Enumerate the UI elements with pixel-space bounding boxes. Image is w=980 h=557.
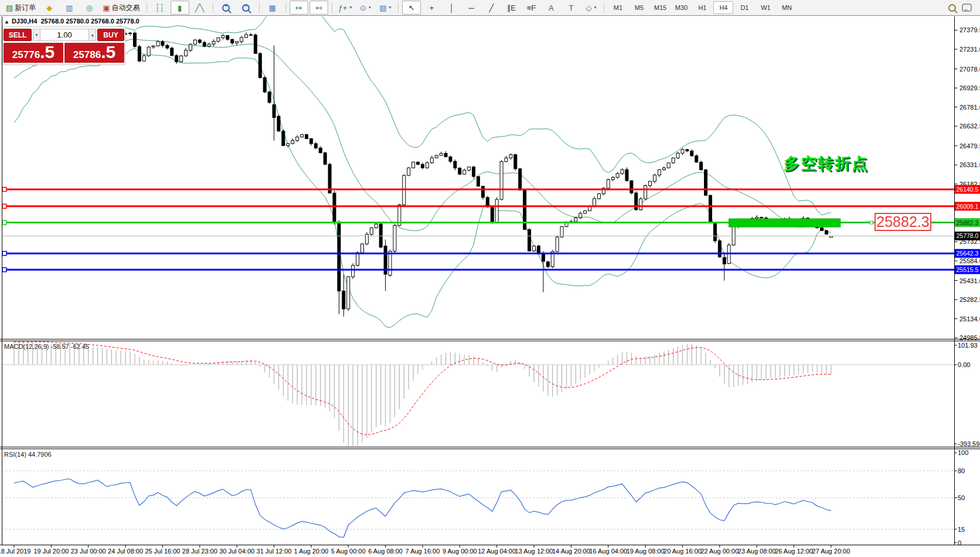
price-axis[interactable]: 27379.527231.027078.026929.526781.026632… — [955, 26, 980, 546]
periods-button[interactable]: ⊙▾ — [356, 1, 375, 15]
price-callout-label[interactable]: 25882.3 — [874, 213, 931, 231]
line-chart-icon: ╱╲ — [195, 4, 205, 12]
price-tick-label: 25282.5 — [959, 296, 980, 303]
time-tick-label: 19 Jul 20:00 — [33, 548, 69, 555]
signals-button[interactable]: ◎ — [80, 1, 98, 15]
time-tick-label: 28 Jul 23:00 — [182, 548, 217, 555]
horizontal-line-objects[interactable] — [2, 188, 955, 272]
text-label-icon: T — [569, 4, 573, 12]
volume-stepper: ▼ ▲ — [33, 29, 96, 41]
rsi-axis-label: 15 — [958, 526, 965, 533]
trendline-button[interactable]: ╱ — [482, 1, 501, 15]
main-toolbar: ▤新订单◆▥◎▣自动交易┆┆▮╱╲+−▦↦↤ƒ+▾⊙▾▧▾↖+│─╱∥E≡FAT… — [0, 0, 980, 16]
add-indicator-dropdown-arrow[interactable]: ▾ — [349, 5, 352, 10]
hline-handle[interactable] — [2, 220, 6, 225]
timeframe-mn-button[interactable]: MN — [777, 1, 797, 14]
chart-shift-button[interactable]: ↤ — [309, 1, 328, 15]
toolbar-separator — [285, 2, 286, 13]
buy-price-display[interactable]: 25786 .5 — [64, 43, 124, 63]
timeframe-h4-button[interactable]: H4 — [713, 1, 733, 14]
volume-increase-button[interactable]: ▲ — [89, 29, 96, 41]
search-icon[interactable] — [948, 4, 956, 12]
bar-chart-button[interactable]: ┆┆ — [151, 1, 169, 15]
buy-button[interactable]: BUY — [97, 29, 124, 41]
chat-icon[interactable] — [962, 4, 972, 12]
time-tick-label: 18 Jul 2019 — [0, 548, 30, 555]
sell-price-display[interactable]: 25776 .5 — [4, 43, 63, 63]
bollinger-bands — [14, 16, 831, 328]
add-indicator-button[interactable]: ƒ+▾ — [336, 1, 355, 15]
time-tick-label: 16 Aug 04:00 — [589, 548, 627, 555]
timeframe-m1-button[interactable]: M1 — [608, 1, 628, 14]
horizontal-line-button[interactable]: ─ — [462, 1, 481, 15]
data-window-button[interactable]: ◆ — [40, 1, 59, 15]
candlestick-chart-button[interactable]: ▮ — [171, 1, 189, 15]
time-axis[interactable]: 18 Jul 201919 Jul 20:0023 Jul 00:0024 Ju… — [0, 545, 850, 555]
hline-price-label: 26140.5 — [957, 186, 979, 193]
toolbar-separator — [332, 2, 332, 13]
callout-connector-handle[interactable] — [870, 221, 873, 224]
zoom-out-button[interactable]: − — [237, 1, 256, 15]
chinese-annotation-text[interactable]: 多空转折点 — [784, 153, 869, 174]
tile-windows-button[interactable]: ▦ — [263, 1, 282, 15]
zoom-out-icon: − — [242, 4, 250, 12]
timeframe-m5-button[interactable]: M5 — [629, 1, 649, 14]
rsi-line — [14, 479, 831, 538]
new-order-label: 新订单 — [15, 4, 36, 11]
volume-input[interactable] — [40, 29, 89, 41]
vertical-line-button[interactable]: │ — [442, 1, 461, 15]
sell-price-main: 25776 — [12, 45, 40, 65]
text-button[interactable]: A — [542, 1, 560, 15]
templates-button[interactable]: ▧▾ — [376, 1, 394, 15]
volume-decrease-button[interactable]: ▼ — [33, 29, 40, 41]
virtual-hosting-button[interactable]: ▥ — [60, 1, 79, 15]
line-chart-button[interactable]: ╱╲ — [190, 1, 209, 15]
macd-signal-line — [14, 342, 831, 435]
rsi-axis-label: 0 — [958, 539, 961, 546]
toolbar-separator — [213, 2, 213, 13]
hline-handle[interactable] — [2, 204, 6, 208]
candlestick-chart-icon: ▮ — [178, 4, 182, 12]
hline-price-label: 25642.3 — [957, 250, 979, 257]
one-click-collapse-icon[interactable]: ▲ — [4, 19, 9, 25]
price-tick-label: 26929.5 — [959, 84, 980, 91]
auto-scroll-button[interactable]: ↦ — [290, 1, 308, 15]
crosshair-button[interactable]: + — [422, 1, 441, 15]
vertical-line-icon: │ — [449, 4, 454, 12]
templates-dropdown-arrow[interactable]: ▾ — [389, 5, 392, 10]
arrows-icon: ◇ — [586, 4, 591, 12]
one-click-trading-panel: SELL ▼ ▲ BUY 25776 .5 25786 .5 — [2, 26, 125, 65]
cursor-button[interactable]: ↖ — [402, 1, 421, 15]
timeframe-d1-button[interactable]: D1 — [734, 1, 754, 14]
zoom-in-icon: + — [222, 4, 230, 12]
timeframe-w1-button[interactable]: W1 — [756, 1, 775, 14]
timeframe-m15-button[interactable]: M15 — [650, 1, 670, 14]
text-icon: A — [549, 4, 554, 12]
sell-price-big-digit: .5 — [40, 43, 55, 62]
highlight-zone-box[interactable] — [729, 219, 841, 227]
add-indicator-icon: ƒ+ — [339, 4, 348, 12]
algo-trading-label: 自动交易 — [112, 4, 140, 11]
hline-handle[interactable] — [2, 252, 6, 256]
text-label-button[interactable]: T — [562, 1, 580, 15]
sell-button[interactable]: SELL — [4, 29, 32, 41]
price-tick-label: 27078.0 — [959, 66, 980, 73]
equidistant-channel-button[interactable]: ∥E — [502, 1, 520, 15]
periods-dropdown-arrow[interactable]: ▾ — [369, 5, 371, 10]
hline-handle[interactable] — [2, 188, 6, 192]
arrows-dropdown-arrow[interactable]: ▾ — [594, 5, 596, 10]
hline-handle[interactable] — [2, 267, 6, 271]
periods-icon: ⊙ — [360, 4, 366, 12]
time-tick-label: 12 Aug 04:00 — [478, 548, 516, 555]
time-tick-label: 5 Aug 00:00 — [331, 548, 366, 555]
chart-window[interactable]: 27379.527231.027078.026929.526781.026632… — [0, 16, 980, 557]
fibonacci-retracement-button[interactable]: ≡F — [522, 1, 540, 15]
timeframe-h1-button[interactable]: H1 — [692, 1, 712, 14]
algo-trading-button[interactable]: ▣自动交易 — [100, 1, 142, 15]
new-order-button[interactable]: ▤新订单 — [3, 1, 39, 15]
chart-ohlc-values: 25768.0 25780.0 25768.0 25778.0 — [40, 18, 139, 25]
arrows-button[interactable]: ◇▾ — [581, 1, 600, 15]
zoom-in-button[interactable]: + — [217, 1, 236, 15]
crosshair-icon: + — [430, 4, 434, 12]
timeframe-m30-button[interactable]: M30 — [671, 1, 691, 14]
